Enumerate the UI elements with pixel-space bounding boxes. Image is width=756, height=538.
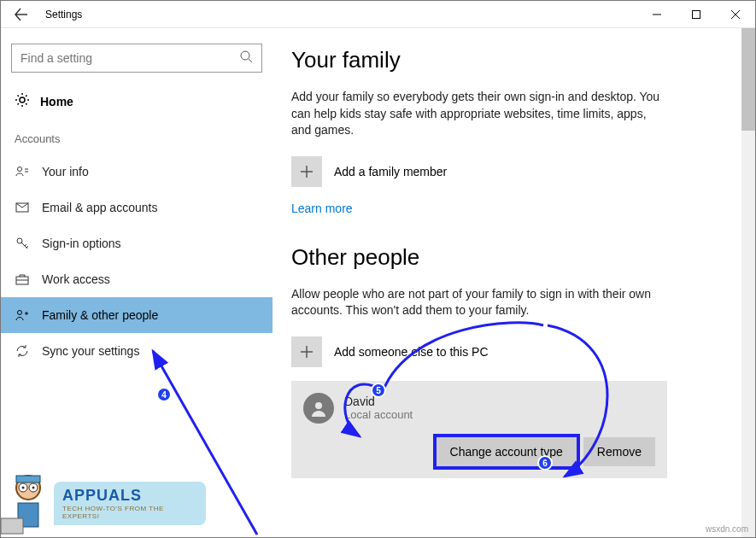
sync-icon <box>15 344 30 358</box>
section-header-family: Your family <box>291 47 731 73</box>
add-someone-label: Add someone else to this PC <box>334 345 489 359</box>
svg-point-2 <box>20 97 25 102</box>
window-controls <box>637 1 755 28</box>
nav-your-info[interactable]: Your info <box>1 154 273 190</box>
key-icon <box>15 237 30 250</box>
add-family-label: Add a family member <box>334 165 447 178</box>
person-card-icon <box>15 165 30 178</box>
user-type: Local account <box>344 408 413 421</box>
annotation-badge-5: 5 <box>371 383 386 398</box>
svg-point-12 <box>22 487 25 489</box>
add-someone-else-button[interactable]: Add someone else to this PC <box>291 336 731 367</box>
change-account-type-button[interactable]: Change account type <box>437 437 577 466</box>
watermark-text: wsxdn.com <box>706 524 748 534</box>
svg-rect-9 <box>16 476 40 482</box>
learn-more-link[interactable]: Learn more <box>291 202 353 215</box>
svg-rect-15 <box>1 518 23 534</box>
home-button[interactable]: Home <box>1 88 273 115</box>
family-description: Add your family so everybody gets their … <box>291 89 667 139</box>
user-account-row[interactable]: David Local account Change account type … <box>291 381 667 478</box>
people-icon <box>15 308 30 322</box>
nav-family-other-people[interactable]: Family & other people <box>1 297 273 333</box>
plus-icon <box>291 336 322 367</box>
home-label: Home <box>40 95 73 108</box>
svg-point-13 <box>32 487 35 489</box>
scrollbar-thumb[interactable] <box>741 28 755 131</box>
brand-tagline: TECH HOW-TO'S FROM THE EXPERTS! <box>62 505 197 520</box>
titlebar: Settings <box>1 1 755 28</box>
nav-label: Your info <box>42 165 89 178</box>
other-description: Allow people who are not part of your fa… <box>291 286 667 319</box>
search-input[interactable] <box>21 51 239 65</box>
minimize-button[interactable] <box>637 1 677 28</box>
window-title: Settings <box>45 9 82 20</box>
svg-rect-0 <box>693 10 700 18</box>
sidebar: Home Accounts Your info Email & app acco… <box>1 28 273 537</box>
svg-point-16 <box>315 402 322 409</box>
nav-work-access[interactable]: Work access <box>1 261 273 297</box>
appuals-watermark: APPUALS TECH HOW-TO'S FROM THE EXPERTS! <box>1 469 206 537</box>
nav-label: Family & other people <box>42 308 158 322</box>
add-family-member-button[interactable]: Add a family member <box>291 156 731 187</box>
nav-label: Sign-in options <box>42 237 121 250</box>
remove-button[interactable]: Remove <box>583 437 655 466</box>
svg-point-3 <box>18 167 22 172</box>
briefcase-icon <box>15 272 30 286</box>
svg-point-1 <box>241 51 249 60</box>
cartoon-character-icon <box>1 469 61 537</box>
plus-icon <box>291 156 322 187</box>
nav-sync-settings[interactable]: Sync your settings <box>1 333 273 369</box>
maximize-button[interactable] <box>677 1 716 28</box>
avatar <box>303 393 334 424</box>
scrollbar[interactable] <box>741 28 755 537</box>
close-button[interactable] <box>716 1 755 28</box>
brand-name: APPUALS <box>62 487 197 505</box>
mail-icon <box>15 201 30 214</box>
search-box[interactable] <box>11 44 262 73</box>
svg-point-7 <box>18 311 22 315</box>
annotation-badge-4: 4 <box>156 387 172 402</box>
annotation-badge-6: 6 <box>537 455 553 471</box>
nav-signin-options[interactable]: Sign-in options <box>1 225 273 261</box>
gear-icon <box>15 92 30 111</box>
content-pane: Your family Add your family so everybody… <box>273 28 755 537</box>
nav-label: Email & app accounts <box>42 201 157 214</box>
nav-label: Work access <box>42 272 110 286</box>
section-label-accounts: Accounts <box>1 115 273 154</box>
back-button[interactable] <box>1 1 42 28</box>
search-icon <box>239 50 253 67</box>
nav-email-accounts[interactable]: Email & app accounts <box>1 190 273 225</box>
nav-label: Sync your settings <box>42 344 139 358</box>
section-header-other: Other people <box>291 244 731 271</box>
